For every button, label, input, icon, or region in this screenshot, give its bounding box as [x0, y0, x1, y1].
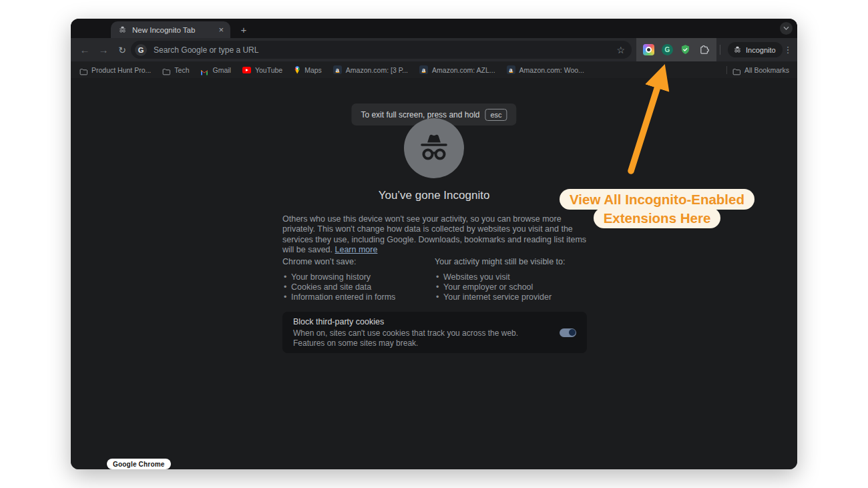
- amazon-icon: a: [333, 65, 342, 74]
- block-cookies-toggle[interactable]: [560, 328, 576, 337]
- info-columns: Chrome won’t save: Your browsing history…: [282, 257, 587, 303]
- list-item: Cookies and site data: [282, 282, 435, 292]
- new-tab-button[interactable]: +: [237, 23, 250, 36]
- bookmark-label: Amazon.com: [3 P...: [346, 66, 408, 74]
- incognito-badge: Incognito: [728, 42, 783, 57]
- folder-icon: [162, 66, 170, 74]
- bookmark-maps[interactable]: Maps: [294, 66, 322, 74]
- annotation-line-2: Extensions Here: [594, 208, 721, 228]
- cookie-card-title: Block third-party cookies: [293, 317, 539, 326]
- wont-save-list: Your browsing history Cookies and site d…: [282, 272, 435, 303]
- youtube-icon: [242, 67, 251, 73]
- cookie-card-description: When on, sites can't use cookies that tr…: [293, 328, 539, 348]
- tab-title: New Incognito Tab: [132, 26, 217, 34]
- reload-button[interactable]: ↻: [114, 38, 131, 61]
- bookmark-label: Tech: [174, 66, 189, 74]
- amazon-icon: a: [419, 65, 428, 74]
- bookmark-amazon-2[interactable]: a Amazon.com: AZL...: [419, 65, 495, 74]
- extensions-toolbar-area: G: [636, 38, 716, 61]
- list-item: Information entered in forms: [282, 292, 435, 302]
- shield-extension-icon[interactable]: [680, 44, 691, 55]
- incognito-spy-icon: [416, 130, 452, 166]
- gmail-icon: [200, 66, 208, 74]
- folder-icon: [732, 66, 740, 74]
- tab-new-incognito[interactable]: New Incognito Tab ×: [111, 21, 230, 38]
- list-item: Websites you visit: [435, 272, 587, 282]
- google-g-icon: G: [135, 44, 147, 56]
- esc-key-badge: esc: [485, 109, 507, 121]
- bookmark-star-icon[interactable]: ☆: [616, 45, 625, 55]
- annotation-line-1: View All Incognito-Enabled: [560, 189, 754, 210]
- bookmark-label: YouTube: [255, 66, 282, 74]
- window-chevron-button[interactable]: [780, 22, 793, 35]
- wont-save-heading: Chrome won’t save:: [282, 257, 435, 266]
- list-item: Your browsing history: [282, 272, 435, 282]
- bookmark-label: Amazon.com: Woo...: [519, 66, 584, 74]
- google-chrome-badge: Google Chrome: [107, 459, 171, 469]
- bookmarks-bar: Product Hunt Pro... Tech Gmail YouTube M…: [71, 61, 797, 78]
- bookmark-youtube[interactable]: YouTube: [242, 66, 282, 74]
- bookmark-label: Amazon.com: AZL...: [432, 66, 495, 74]
- bookmarks-left-group: Product Hunt Pro... Tech Gmail YouTube M…: [71, 65, 726, 74]
- learn-more-link[interactable]: Learn more: [335, 245, 378, 254]
- bookmarks-right-group: All Bookmarks: [726, 66, 797, 74]
- tab-strip: New Incognito Tab × +: [71, 19, 797, 38]
- folder-icon: [79, 66, 87, 74]
- maps-pin-icon: [294, 66, 300, 74]
- toolbar: ← → ↻ G Search Google or type a URL ☆ G: [71, 38, 797, 61]
- tab-close-icon[interactable]: ×: [217, 25, 225, 34]
- all-bookmarks-label: All Bookmarks: [744, 66, 789, 74]
- back-button[interactable]: ←: [76, 38, 93, 61]
- visible-to-heading: Your activity might still be visible to:: [435, 257, 587, 266]
- cookie-card-text: Block third-party cookies When on, sites…: [293, 317, 560, 348]
- list-item: Your employer or school: [435, 282, 587, 292]
- bookmark-amazon-1[interactable]: a Amazon.com: [3 P...: [333, 65, 408, 74]
- bookmarks-separator: [726, 66, 727, 74]
- incognito-favicon-icon: [118, 25, 127, 34]
- screenshot-stage: New Incognito Tab × + ← → ↻ G Search Goo…: [0, 0, 868, 488]
- list-item: Your internet service provider: [435, 292, 587, 302]
- extensions-puzzle-icon[interactable]: [698, 44, 710, 55]
- annotation-callout: View All Incognito-Enabled Extensions He…: [541, 189, 773, 228]
- fullscreen-toast-text: To exit full screen, press and hold: [361, 110, 479, 119]
- visible-to-column: Your activity might still be visible to:…: [435, 257, 587, 303]
- toolbar-separator: [720, 45, 720, 55]
- bookmark-label: Maps: [304, 66, 322, 74]
- address-bar[interactable]: G Search Google or type a URL ☆: [131, 41, 632, 59]
- incognito-page: To exit full screen, press and hold esc …: [71, 78, 797, 469]
- forward-button[interactable]: →: [95, 38, 112, 61]
- grammarly-extension-icon[interactable]: G: [662, 44, 673, 55]
- visible-to-list: Websites you visit Your employer or scho…: [435, 272, 587, 303]
- wont-save-column: Chrome won’t save: Your browsing history…: [282, 257, 435, 303]
- block-cookies-card: Block third-party cookies When on, sites…: [282, 312, 587, 353]
- chevron-down-icon: [783, 25, 789, 31]
- bookmark-product-hunt[interactable]: Product Hunt Pro...: [79, 66, 151, 74]
- bookmark-label: Product Hunt Pro...: [91, 66, 151, 74]
- address-bar-placeholder: Search Google or type a URL: [154, 45, 616, 55]
- browser-menu-button[interactable]: ⋮: [780, 38, 796, 61]
- browser-window: New Incognito Tab × + ← → ↻ G Search Goo…: [71, 19, 797, 469]
- google-chrome-badge-label: Google Chrome: [113, 461, 165, 468]
- color-wheel-extension-icon[interactable]: [643, 44, 654, 55]
- incognito-badge-icon: [733, 45, 742, 54]
- bookmark-label: Gmail: [212, 66, 230, 74]
- incognito-logo: [404, 118, 464, 178]
- amazon-icon: a: [507, 65, 515, 74]
- bookmark-gmail[interactable]: Gmail: [200, 66, 230, 74]
- bookmark-amazon-3[interactable]: a Amazon.com: Woo...: [507, 65, 584, 74]
- incognito-badge-label: Incognito: [746, 46, 776, 54]
- bookmark-tech[interactable]: Tech: [162, 66, 189, 74]
- all-bookmarks-button[interactable]: All Bookmarks: [732, 66, 789, 74]
